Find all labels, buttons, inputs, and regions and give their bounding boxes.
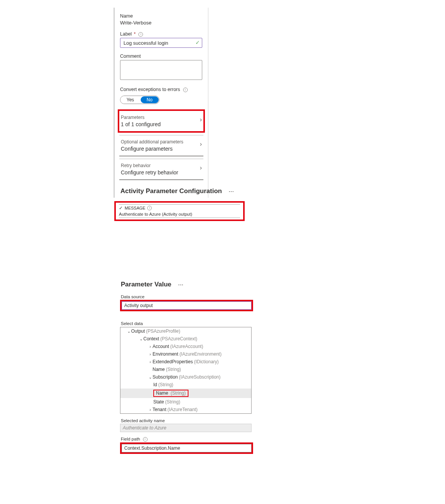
data-source-input[interactable] bbox=[122, 301, 252, 310]
chevron-right-icon: › bbox=[200, 164, 202, 171]
more-icon[interactable]: ··· bbox=[178, 282, 184, 288]
retry-behavior-row[interactable]: Retry behavior Configure retry behavior … bbox=[119, 159, 203, 180]
field-path-label: Field path i bbox=[121, 437, 253, 442]
more-icon[interactable]: ··· bbox=[229, 189, 234, 194]
selected-activity-input bbox=[120, 424, 252, 432]
chevron-right-icon: › bbox=[148, 352, 153, 356]
label-label: Label * i bbox=[120, 31, 143, 37]
activity-parameter-config: Activity Parameter Configuration ··· ✓ M… bbox=[114, 187, 245, 221]
info-icon[interactable]: i bbox=[138, 32, 143, 37]
tree-row-account[interactable]: › Account (IAzureAccount) bbox=[120, 343, 251, 350]
name-value: Write-Verbose bbox=[120, 20, 203, 26]
tree-row-sub-id[interactable]: Id (String) bbox=[120, 381, 251, 389]
info-icon[interactable]: i bbox=[147, 206, 152, 210]
activity-config-panel: Name Write-Verbose Label * i Log success… bbox=[114, 8, 208, 198]
check-icon: ✓ bbox=[195, 39, 200, 46]
comment-block: Comment bbox=[115, 53, 208, 81]
chevron-right-icon: › bbox=[200, 116, 202, 123]
field-path-input[interactable] bbox=[122, 444, 252, 452]
required-star: * bbox=[134, 31, 136, 37]
parameters-title: Parameters bbox=[121, 115, 202, 120]
chevron-down-icon: ⌄ bbox=[139, 337, 143, 341]
tree-row-context[interactable]: ⌄ Context (PSAzureContext) bbox=[120, 335, 251, 343]
toggle-no[interactable]: No bbox=[141, 96, 159, 103]
tree-row-ctxname[interactable]: Name (String) bbox=[120, 366, 251, 373]
convert-block: Convert exceptions to errors i Yes No bbox=[115, 86, 208, 104]
message-value: Authenticate to Azure (Activity output) bbox=[119, 211, 240, 218]
config-title: Activity Parameter Configuration ··· bbox=[120, 187, 245, 195]
name-label: Name bbox=[120, 13, 133, 19]
sub-name-highlight: Name (String) bbox=[153, 390, 188, 397]
chevron-right-icon: › bbox=[200, 141, 202, 148]
check-icon: ✓ bbox=[119, 205, 123, 211]
selected-activity-label: Selected activity name bbox=[121, 418, 253, 423]
select-data-label: Select data bbox=[121, 321, 253, 326]
convert-label: Convert exceptions to errors bbox=[120, 87, 180, 92]
chevron-down-icon: ⌄ bbox=[127, 329, 131, 333]
comment-textarea[interactable] bbox=[120, 60, 202, 80]
chevron-right-icon: › bbox=[148, 360, 153, 364]
toggle-yes[interactable]: Yes bbox=[120, 96, 140, 104]
chevron-right-icon: › bbox=[148, 408, 153, 412]
optional-title: Optional additional parameters bbox=[121, 139, 202, 145]
label-input[interactable]: Log successful login bbox=[120, 38, 202, 48]
retry-title: Retry behavior bbox=[121, 163, 202, 168]
optional-value: Configure parameters bbox=[121, 146, 202, 152]
parameters-value: 1 of 1 configured bbox=[121, 121, 202, 127]
tree-row-sub-name[interactable]: Name (String) bbox=[120, 389, 251, 398]
message-row[interactable]: ✓ MESSAGE i Authenticate to Azure (Activ… bbox=[114, 201, 245, 221]
param-value-title: Parameter Value ··· bbox=[121, 281, 253, 288]
convert-toggle[interactable]: Yes No bbox=[120, 96, 159, 104]
message-header: ✓ MESSAGE i bbox=[119, 204, 240, 211]
label-block: Label * i Log successful login ✓ bbox=[115, 31, 208, 48]
info-icon[interactable]: i bbox=[143, 437, 148, 442]
select-data-tree[interactable]: ⌄ Output (PSAzureProfile) ⌄ Context (PSA… bbox=[120, 327, 252, 414]
info-icon[interactable]: i bbox=[183, 88, 188, 92]
tree-row-sub-state[interactable]: State (String) bbox=[120, 398, 251, 406]
data-source-wrap bbox=[120, 300, 253, 311]
field-path-wrap bbox=[120, 442, 253, 454]
parameters-row[interactable]: Parameters 1 of 1 configured › bbox=[118, 109, 205, 133]
chevron-down-icon: ⌄ bbox=[148, 375, 153, 379]
parameter-value-panel: Parameter Value ··· Data source Select d… bbox=[120, 281, 253, 454]
tree-row-extprops[interactable]: › ExtendedProperties (IDictionary) bbox=[120, 358, 251, 366]
data-source-label: Data source bbox=[121, 294, 253, 299]
retry-value: Configure retry behavior bbox=[121, 169, 202, 176]
tree-row-environment[interactable]: › Environment (IAzureEnvironment) bbox=[120, 350, 251, 358]
comment-label: Comment bbox=[120, 54, 141, 59]
tree-row-subscription[interactable]: ⌄ Subscription (IAzureSubscription) bbox=[120, 373, 251, 381]
name-block: Name Write-Verbose bbox=[115, 13, 208, 26]
tree-row-tenant[interactable]: › Tenant (IAzureTenant) bbox=[120, 406, 251, 413]
tree-row-output[interactable]: ⌄ Output (PSAzureProfile) bbox=[120, 327, 251, 335]
optional-params-row[interactable]: Optional additional parameters Configure… bbox=[119, 135, 203, 156]
chevron-right-icon: › bbox=[148, 345, 153, 349]
label-input-wrap: Log successful login ✓ bbox=[120, 38, 202, 48]
